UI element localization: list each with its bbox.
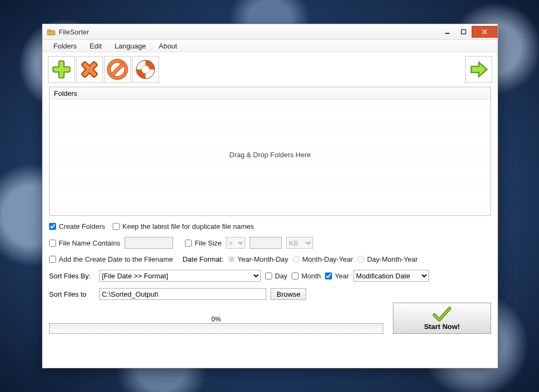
file-size-unit[interactable]: KB [286, 237, 313, 249]
filename-contains-input[interactable] [49, 240, 56, 247]
toolbar [43, 52, 497, 85]
add-folder-button[interactable] [48, 56, 75, 83]
titlebar: FileSorter [43, 24, 497, 40]
help-button[interactable] [132, 56, 159, 83]
file-size-checkbox[interactable]: File Size [185, 239, 222, 247]
content: Folders Drag & Drop Folders Here Create … [49, 87, 491, 362]
menu-about[interactable]: About [154, 41, 183, 51]
check-icon [432, 306, 452, 323]
filename-contains-field[interactable] [125, 237, 173, 249]
menubar: Folders Edit Language About [43, 40, 497, 52]
sort-year-checkbox[interactable]: Year [325, 272, 349, 280]
progress-percentage: 0% [49, 316, 383, 323]
add-create-date-checkbox[interactable]: Add the Create Date to the Filename [49, 255, 173, 263]
svg-rect-3 [461, 30, 466, 34]
svg-point-17 [142, 66, 150, 74]
x-icon [79, 59, 100, 80]
menu-language[interactable]: Language [109, 41, 151, 51]
sort-by-label: Sort Files By: [49, 272, 95, 280]
folders-header: Folders [50, 87, 490, 100]
sort-month-checkbox[interactable]: Month [292, 272, 321, 280]
date-type-select[interactable]: Modification Date [354, 270, 429, 282]
svg-rect-2 [445, 33, 450, 34]
remove-folder-button[interactable] [76, 56, 103, 83]
svg-rect-7 [54, 68, 70, 72]
keep-latest-input[interactable] [113, 223, 120, 230]
sort-day-checkbox[interactable]: Day [265, 272, 287, 280]
folders-listbox[interactable]: Folders Drag & Drop Folders Here [49, 87, 491, 216]
date-format-label: Date Format: [183, 255, 224, 263]
date-format-mdy[interactable]: Month-Day-Year [293, 255, 353, 263]
start-button[interactable]: Start Now! [393, 303, 491, 334]
lifebuoy-icon [135, 59, 156, 80]
plus-icon [51, 59, 72, 80]
run-button[interactable] [465, 56, 492, 83]
date-format-ymd[interactable]: Year-Month-Day [228, 255, 288, 263]
minimize-button[interactable] [439, 26, 455, 38]
file-size-checkbox-input[interactable] [185, 240, 192, 247]
close-button[interactable] [472, 26, 497, 38]
file-size-field[interactable] [250, 237, 282, 249]
menu-folders[interactable]: Folders [48, 41, 82, 51]
clear-button[interactable] [104, 56, 131, 83]
no-entry-icon [107, 59, 128, 80]
output-path-field[interactable] [99, 288, 266, 300]
app-window: FileSorter Folders Edit Language About [42, 24, 498, 368]
keep-latest-checkbox[interactable]: Keep the latest file for duplicate file … [113, 222, 254, 230]
sort-by-select[interactable]: [File Date >> Format] [99, 270, 261, 282]
menu-edit[interactable]: Edit [84, 41, 107, 51]
svg-line-15 [112, 64, 123, 75]
create-folders-checkbox[interactable]: Create Folders [49, 222, 105, 230]
app-icon [47, 27, 56, 36]
drop-hint: Drag & Drop Folders Here [50, 151, 490, 159]
progress-bar [49, 323, 383, 334]
add-create-date-input[interactable] [49, 256, 56, 263]
maximize-button[interactable] [455, 26, 472, 38]
filename-contains-checkbox[interactable]: File Name Contains [49, 239, 120, 247]
folders-drop-area[interactable]: Drag & Drop Folders Here [50, 100, 490, 215]
create-folders-input[interactable] [49, 223, 56, 230]
arrow-right-icon [468, 59, 489, 80]
svg-rect-1 [47, 30, 51, 31]
sort-to-label: Sort Files to [49, 290, 95, 298]
window-title: FileSorter [59, 28, 89, 36]
date-format-dmy[interactable]: Day-Month-Year [357, 255, 418, 263]
file-size-operator[interactable]: > [226, 237, 245, 249]
browse-button[interactable]: Browse [271, 288, 306, 300]
